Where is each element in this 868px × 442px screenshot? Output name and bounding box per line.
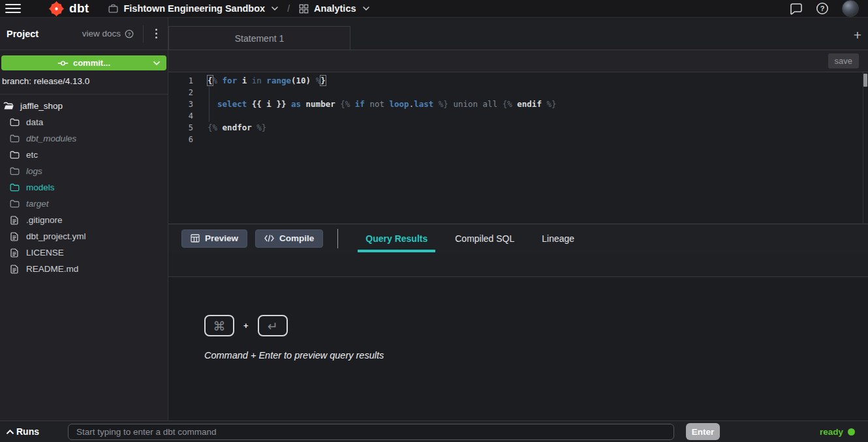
branch-label: branch: release/4.13.0	[2, 76, 166, 86]
tree-item-dbt-project-yml[interactable]: dbt_project.yml	[0, 228, 168, 244]
tree-item-label: data	[26, 117, 43, 127]
command-key-icon: ⌘	[204, 315, 234, 336]
tree-item-dbt-modules[interactable]: dbt_modules	[0, 130, 168, 147]
save-button[interactable]: save	[828, 53, 859, 68]
tree-item-label: README.md	[26, 264, 78, 274]
line-number: 5	[168, 122, 193, 134]
account-selector[interactable]: Fishtown Engineering Sandbox	[108, 3, 278, 14]
tree-item-label: target	[26, 199, 49, 209]
tree-item-models[interactable]: models	[0, 179, 168, 196]
git-commit-icon	[57, 59, 69, 67]
tree-item-license[interactable]: LICENSE	[0, 244, 168, 261]
commit-button[interactable]: commit...	[1, 55, 166, 70]
tree-item-logs[interactable]: logs	[0, 163, 168, 179]
tree-item-label: .gitignore	[26, 215, 63, 225]
commit-button-label: commit...	[73, 58, 110, 68]
status-label: ready	[820, 427, 843, 437]
code-icon	[264, 235, 274, 242]
code-text	[193, 87, 208, 98]
code-editor[interactable]: 1{% for i in range(10) %}23 select {{ i …	[168, 72, 868, 224]
tree-item-etc[interactable]: etc	[0, 147, 168, 163]
add-tab-button[interactable]: +	[854, 28, 861, 42]
help-icon[interactable]: ?	[816, 2, 829, 15]
runs-toggle[interactable]: Runs	[5, 426, 68, 437]
chevron-up-icon	[7, 430, 14, 434]
compile-button[interactable]: Compile	[255, 229, 323, 248]
tree-item--gitignore[interactable]: .gitignore	[0, 212, 168, 228]
file-icon	[8, 216, 20, 225]
code-line[interactable]: 1{% for i in range(10) %}	[168, 75, 868, 87]
sidebar-menu-icon[interactable]	[151, 27, 161, 40]
preview-button[interactable]: Preview	[181, 229, 247, 248]
main-area: Project view docs ? commit...	[0, 18, 868, 420]
code-line[interactable]: 5{% endfor %}	[168, 122, 868, 134]
dbt-logo: dbt	[48, 1, 89, 17]
file-tree: jaffle_shopdatadbt_modulesetclogsmodelst…	[0, 95, 168, 277]
view-docs-link[interactable]: view docs ?	[82, 29, 134, 38]
code-line[interactable]: 3 select {{ i }} as number {% if not loo…	[168, 98, 868, 110]
hamburger-menu-icon[interactable]	[5, 4, 21, 13]
results-toolbar-divider	[337, 229, 338, 248]
line-number: 3	[168, 98, 193, 110]
svg-text:?: ?	[820, 5, 825, 12]
dbt-command-input[interactable]	[68, 424, 674, 440]
project-selector[interactable]: Analytics	[299, 3, 369, 14]
svg-text:?: ?	[128, 31, 131, 37]
tree-item-label: jaffle_shop	[20, 101, 63, 111]
tree-item-label: etc	[26, 150, 38, 160]
tree-item-label: dbt_project.yml	[26, 231, 86, 241]
editor-column: Statement 1 + save 1{% for i in range(10…	[168, 18, 868, 420]
file-icon	[8, 232, 20, 241]
indent-guide	[209, 87, 209, 122]
tab-statement-1[interactable]: Statement 1	[168, 26, 350, 50]
enter-button[interactable]: Enter	[686, 423, 720, 440]
tree-item-label: models	[26, 183, 55, 192]
tab-label: Statement 1	[235, 33, 285, 44]
docs-help-icon: ?	[125, 29, 134, 38]
shortcut-keys: ⌘ + ↵	[204, 315, 868, 336]
code-line[interactable]: 4	[168, 110, 868, 122]
tree-item-data[interactable]: data	[0, 114, 168, 130]
results-tab-lineage[interactable]: Lineage	[528, 224, 588, 252]
compile-button-label: Compile	[279, 233, 314, 243]
line-number: 2	[168, 87, 193, 98]
tree-item-label: dbt_modules	[26, 134, 76, 143]
code-text	[193, 110, 208, 122]
folder-icon	[8, 151, 20, 159]
results-tab-compiled-sql[interactable]: Compiled SQL	[441, 224, 528, 252]
folder-icon	[8, 118, 20, 126]
sidebar-title: Project	[7, 29, 39, 39]
tree-item-readme-md[interactable]: README.md	[0, 261, 168, 277]
line-number: 1	[168, 75, 193, 87]
results-tab-query-results[interactable]: Query Results	[352, 224, 441, 252]
code-text: {% for i in range(10) %}	[193, 75, 326, 87]
code-line[interactable]: 6	[168, 134, 868, 145]
line-number: 6	[168, 134, 193, 145]
line-number: 4	[168, 110, 193, 122]
results-panel: Preview Compile Query ResultsCompiled SQ…	[168, 224, 868, 420]
editor-scrollbar-thumb[interactable]	[863, 74, 867, 87]
code-text: select {{ i }} as number {% if not loop.…	[193, 98, 557, 110]
user-avatar[interactable]	[842, 0, 859, 17]
file-icon	[8, 248, 20, 258]
folder-icon	[8, 199, 20, 208]
top-bar: dbt Fishtown Engineering Sandbox / Analy…	[0, 0, 868, 18]
results-toolbar: Preview Compile Query ResultsCompiled SQ…	[168, 224, 868, 252]
preview-button-label: Preview	[205, 233, 238, 243]
status-dot	[848, 428, 855, 435]
tree-item-label: LICENSE	[26, 248, 64, 258]
folder-icon	[8, 167, 20, 175]
account-label: Fishtown Engineering Sandbox	[123, 3, 265, 14]
file-icon	[8, 265, 20, 274]
tree-item-jaffle-shop[interactable]: jaffle_shop	[0, 98, 168, 114]
editor-tab-bar: Statement 1 +	[168, 18, 868, 50]
chevron-down-icon	[363, 7, 369, 10]
editor-scrollbar[interactable]	[863, 72, 868, 224]
status-indicator: ready	[820, 427, 855, 437]
folder-open-icon	[3, 102, 14, 110]
tree-item-target[interactable]: target	[0, 196, 168, 212]
chat-icon[interactable]	[790, 3, 803, 15]
dbt-logo-icon	[48, 1, 65, 17]
code-line[interactable]: 2	[168, 87, 868, 98]
enter-key-icon: ↵	[258, 315, 288, 336]
